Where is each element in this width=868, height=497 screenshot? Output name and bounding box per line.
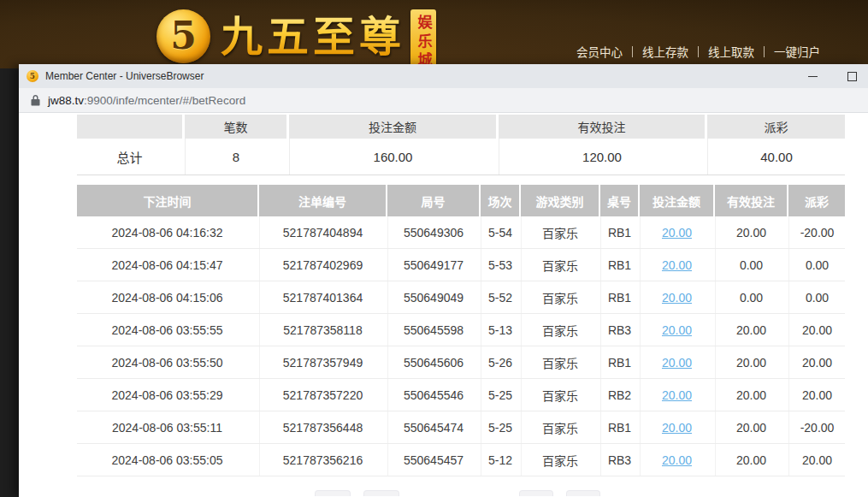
total-bet-amount: 160.00 <box>289 139 496 175</box>
session-cell: 5-53 <box>481 249 519 281</box>
valid-bet-cell: 20.00 <box>715 314 787 346</box>
valid-bet-cell: 20.00 <box>715 444 787 476</box>
bet-amount-link[interactable]: 20.00 <box>662 291 692 305</box>
table-row: 2024-08-06 03:55:11521787356448550645474… <box>77 411 845 444</box>
site-logo: 5 九五至尊 娱乐城 <box>156 6 436 68</box>
pagination-button[interactable] <box>566 490 600 496</box>
round-id-cell: 550645606 <box>387 346 479 378</box>
bet-amount-link[interactable]: 20.00 <box>662 356 692 370</box>
minimize-button[interactable] <box>800 64 825 88</box>
table-id-cell: RB2 <box>600 379 638 411</box>
window-title: Member Center - UniverseBrowser <box>45 70 204 82</box>
valid-bet-cell: 20.00 <box>715 216 787 248</box>
game-type-cell: 百家乐 <box>521 249 599 281</box>
total-label: 总计 <box>77 139 182 175</box>
table-id-cell: RB1 <box>600 346 638 378</box>
bet-amount-cell: 20.00 <box>640 444 713 476</box>
window-titlebar: 5 Member Center - UniverseBrowser <box>19 64 868 88</box>
table-row: 2024-08-06 04:16:32521787404894550649306… <box>77 216 845 249</box>
game-type-cell: 百家乐 <box>521 346 599 378</box>
table-row: 2024-08-06 03:55:55521787358118550645598… <box>77 314 845 346</box>
bet-id-cell: 521787358118 <box>259 314 386 346</box>
bet-amount-link[interactable]: 20.00 <box>662 258 692 272</box>
round-id-cell: 550645457 <box>387 444 479 476</box>
bet-record-page: 笔数 投注金额 有效投注 派彩 总计 8 160.00 120.00 40.00… <box>19 113 868 496</box>
round-id-cell: 550645598 <box>387 314 479 346</box>
pagination-button[interactable] <box>519 490 553 496</box>
bet-record-table: 下注时间 注单编号 局号 场次 游戏类别 桌号 投注金额 有效投注 派彩 202… <box>77 185 845 476</box>
nav-member-center[interactable]: 会员中心 <box>567 43 632 60</box>
bet-amount-link[interactable]: 20.00 <box>662 453 692 467</box>
payout-cell: 20.00 <box>788 379 845 411</box>
bet-time-cell: 2024-08-06 04:16:32 <box>77 216 257 248</box>
valid-bet-cell: 0.00 <box>715 281 787 313</box>
table-row: 2024-08-06 04:15:47521787402969550649177… <box>77 249 845 281</box>
round-id-cell: 550645546 <box>387 379 479 411</box>
bet-id-cell: 521787401364 <box>259 281 386 313</box>
maximize-button[interactable] <box>839 64 865 88</box>
valid-bet-cell: 0.00 <box>715 249 787 281</box>
bet-time-cell: 2024-08-06 03:55:05 <box>77 444 257 476</box>
summary-header-blank <box>77 115 182 139</box>
nav-online-withdraw[interactable]: 线上取款 <box>699 43 764 60</box>
pagination-button[interactable] <box>363 490 399 496</box>
session-cell: 5-25 <box>481 379 519 411</box>
table-row: 2024-08-06 03:55:05521787356216550645457… <box>77 444 845 476</box>
header-bet-amount: 投注金额 <box>640 185 713 216</box>
summary-header-bet-amount: 投注金额 <box>289 115 496 139</box>
payout-cell: -20.00 <box>788 216 845 248</box>
payout-cell: 20.00 <box>788 314 845 346</box>
payout-cell: 0.00 <box>788 281 845 313</box>
pagination-button[interactable] <box>315 490 351 496</box>
round-id-cell: 550649049 <box>387 281 479 313</box>
table-id-cell: RB1 <box>600 216 638 248</box>
lock-icon <box>31 95 40 106</box>
browser-window: 5 Member Center - UniverseBrowser jw88.t… <box>19 64 868 497</box>
header-bet-id: 注单编号 <box>259 185 386 216</box>
bet-amount-link[interactable]: 20.00 <box>662 323 692 337</box>
table-id-cell: RB1 <box>600 249 638 281</box>
bet-id-cell: 521787357220 <box>259 379 386 411</box>
table-row: 2024-08-06 03:55:29521787357220550645546… <box>77 379 845 411</box>
bet-table-body: 2024-08-06 04:16:32521787404894550649306… <box>77 216 845 476</box>
header-bet-time: 下注时间 <box>77 185 257 216</box>
header-round-id: 局号 <box>387 185 479 216</box>
bet-time-cell: 2024-08-06 03:55:55 <box>77 314 257 346</box>
session-cell: 5-12 <box>481 444 519 476</box>
header-game-type: 游戏类别 <box>521 185 599 216</box>
favicon-icon: 5 <box>27 70 38 82</box>
bet-id-cell: 521787356448 <box>259 411 386 443</box>
valid-bet-cell: 20.00 <box>715 411 787 443</box>
payout-cell: -20.00 <box>788 411 845 443</box>
bet-amount-link[interactable]: 20.00 <box>662 388 692 402</box>
top-nav: 会员中心 线上存款 线上取款 一键归户 <box>567 43 830 60</box>
game-type-cell: 百家乐 <box>521 281 599 313</box>
summary-header-payout: 派彩 <box>707 115 845 139</box>
total-valid-bet: 120.00 <box>499 139 705 175</box>
summary-header-row: 笔数 投注金额 有效投注 派彩 <box>77 115 845 139</box>
payout-cell: 20.00 <box>788 346 845 378</box>
nav-online-deposit[interactable]: 线上存款 <box>633 43 698 60</box>
bet-time-cell: 2024-08-06 04:15:47 <box>77 249 257 281</box>
header-session: 场次 <box>481 185 519 216</box>
header-table-id: 桌号 <box>600 185 638 216</box>
table-id-cell: RB3 <box>600 444 638 476</box>
game-type-cell: 百家乐 <box>521 444 599 476</box>
brand-title: 九五至尊 <box>221 6 405 68</box>
bet-amount-link[interactable]: 20.00 <box>662 421 692 435</box>
bet-time-cell: 2024-08-06 03:55:50 <box>77 346 257 378</box>
bet-id-cell: 521787357949 <box>259 346 386 378</box>
summary-header-count: 笔数 <box>185 115 286 139</box>
nav-one-key-transfer[interactable]: 一键归户 <box>765 43 830 60</box>
url-path: :9900/infe/mcenter/#/betRecord <box>84 94 245 107</box>
bet-amount-link[interactable]: 20.00 <box>662 226 692 240</box>
url-host: jw88.tv <box>48 94 84 107</box>
table-row: 2024-08-06 03:55:50521787357949550645606… <box>77 346 845 379</box>
address-bar[interactable]: jw88.tv:9900/infe/mcenter/#/betRecord <box>19 88 868 113</box>
bet-id-cell: 521787404894 <box>259 216 386 248</box>
round-id-cell: 550645474 <box>387 411 479 443</box>
bet-amount-cell: 20.00 <box>640 216 713 248</box>
bet-time-cell: 2024-08-06 03:55:11 <box>77 411 257 443</box>
session-cell: 5-26 <box>481 346 519 378</box>
coin-logo-icon: 5 <box>156 9 210 63</box>
